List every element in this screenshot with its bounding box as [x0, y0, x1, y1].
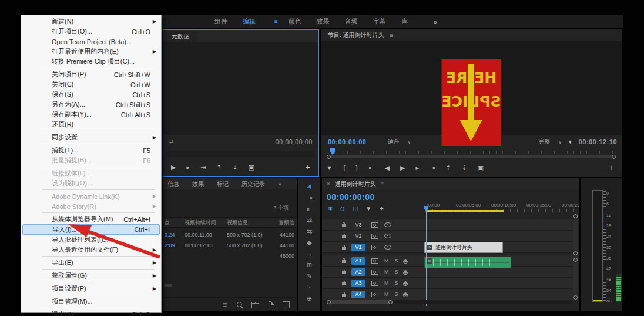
workspace-overflow-icon[interactable]: » — [434, 18, 437, 25]
new-bin-icon[interactable] — [251, 303, 259, 308]
video-clip[interactable]: fx 通用倒计时片头 — [424, 242, 503, 253]
track-target-A4[interactable]: A4 — [351, 291, 365, 298]
tab-信息[interactable]: 信息 — [167, 180, 179, 188]
menu-item[interactable]: 导入最近使用的文件(F)▶ — [21, 245, 161, 255]
menu-item[interactable]: 从媒体浏览器导入(M)Ctrl+Alt+I — [21, 214, 161, 224]
go-to-out-button[interactable]: ⇥ — [430, 164, 435, 172]
table-row[interactable]: 0:2400:00:11:00500 x 702 (1.0)44100 — [163, 229, 297, 240]
menu-item[interactable]: 保存副本(Y)...Ctrl+Alt+S — [21, 109, 161, 119]
voiceover-record-icon[interactable] — [404, 270, 407, 274]
column-header[interactable]: 视频信息 — [227, 219, 271, 227]
rate-stretch-tool[interactable]: ⇆ — [307, 228, 312, 235]
voiceover-record-icon[interactable] — [404, 259, 407, 262]
toggle-track-output-icon[interactable] — [384, 245, 391, 250]
go-to-out-button[interactable]: ⇥ — [200, 164, 206, 171]
lock-icon[interactable] — [342, 282, 346, 285]
source-patch-icon[interactable] — [371, 222, 378, 228]
button-editor-add[interactable]: + — [609, 163, 613, 172]
track-target-V2[interactable]: V2 — [351, 232, 365, 240]
new-item-icon[interactable] — [269, 301, 274, 308]
lock-icon[interactable] — [342, 260, 346, 263]
scroll-handle[interactable] — [327, 300, 331, 304]
step-back-button[interactable]: ◀ — [384, 164, 389, 172]
settings-wrench-icon[interactable]: ✦ — [379, 205, 384, 212]
solo-button[interactable]: S — [395, 280, 398, 286]
menu-item[interactable]: Open Team Project (Beta)... — [21, 36, 161, 46]
track-target-A3[interactable]: A3 — [351, 280, 365, 287]
scrollbar-handle-right[interactable] — [612, 155, 616, 159]
menu-item[interactable]: 获取属性(G)▶ — [21, 271, 161, 281]
hand-tool[interactable]: ☞ — [307, 284, 313, 291]
tab-效果[interactable]: 效果 — [192, 180, 204, 188]
workspace-tab-字幕[interactable]: 字幕 — [373, 17, 386, 26]
workspace-tab-效果[interactable]: 效果 — [317, 17, 330, 26]
toggle-track-output-icon[interactable] — [384, 222, 391, 227]
horizontal-scrollbar-thumb[interactable] — [327, 300, 393, 304]
playhead-marker[interactable] — [330, 148, 335, 155]
menu-item[interactable]: 退出(X)Ctrl+Q — [21, 310, 161, 316]
solo-button[interactable]: S — [395, 291, 398, 297]
rolling-edit-tool[interactable]: ⇄ — [307, 217, 312, 224]
linked-selection-icon[interactable]: ◫ — [353, 205, 358, 212]
scrubber-scrollbar[interactable] — [327, 155, 616, 158]
source-patch-icon[interactable] — [371, 245, 378, 250]
menu-item-import[interactable]: 导入(I)...Ctrl+I — [22, 224, 160, 235]
selection-tool[interactable]: ➤ — [305, 182, 314, 190]
go-to-in-button[interactable]: ⇤ — [368, 164, 374, 172]
menu-item[interactable]: 捕捉(T)...F5 — [21, 145, 161, 155]
menu-item[interactable]: 打开最近使用的内容(E)▶ — [21, 46, 161, 56]
add-marker-icon[interactable]: ▼ — [365, 205, 371, 212]
button-editor-add[interactable]: + — [306, 162, 310, 172]
track-target-V3[interactable]: V3 — [351, 221, 365, 229]
nest-icon[interactable]: ❄ — [328, 205, 333, 212]
menu-item[interactable]: 关闭(C)Ctrl+W — [21, 79, 161, 89]
source-patch-icon[interactable] — [371, 258, 378, 264]
add-marker-button[interactable]: ▼ — [326, 164, 333, 172]
scroll-handle[interactable] — [573, 251, 578, 255]
column-header[interactable]: 点 — [163, 219, 185, 227]
scroll-handle[interactable] — [573, 295, 578, 300]
column-header[interactable]: 音频信 — [271, 219, 297, 227]
toggle-track-output-icon[interactable] — [384, 234, 391, 238]
find-icon[interactable] — [237, 302, 242, 307]
panel-menu-icon[interactable]: ≡ — [381, 181, 384, 187]
menu-item[interactable]: 新建(N)▶ — [21, 16, 161, 26]
tab-历史记录[interactable]: 历史记录 — [242, 180, 265, 188]
export-frame-button[interactable]: ▣ — [478, 164, 484, 172]
horizontal-scrollbar[interactable] — [164, 284, 172, 287]
menu-item[interactable]: 导出(E)▶ — [21, 258, 161, 268]
play-button[interactable]: ▶ — [171, 164, 176, 171]
mute-button[interactable]: M — [384, 280, 389, 286]
voiceover-record-icon[interactable] — [404, 292, 407, 296]
workspace-tab-组件[interactable]: 组件 — [214, 17, 227, 26]
mark-out-button[interactable]: } — [356, 164, 358, 172]
lock-icon[interactable] — [342, 271, 346, 274]
workspace-tab-颜色[interactable]: 颜色 — [289, 17, 301, 26]
tab-标记[interactable]: 标记 — [217, 180, 229, 188]
workspace-menu-icon[interactable]: ≡ — [274, 18, 278, 25]
track-select-forward-tool[interactable]: ⇥ — [307, 194, 312, 201]
list-view-icon[interactable]: ≣ — [223, 301, 227, 308]
source-patch-icon[interactable] — [371, 281, 378, 286]
work-area-bar[interactable] — [427, 210, 504, 212]
extract-button[interactable]: ⇣ — [461, 164, 467, 172]
audio-clip[interactable]: fx — [424, 257, 511, 268]
menu-item[interactable]: 项目设置(P)▶ — [21, 284, 161, 294]
panel-tab-overflow-icon[interactable]: » — [278, 181, 281, 187]
tab-metadata[interactable]: 元数据 — [163, 31, 197, 42]
timeline-tab[interactable]: × 通用倒计时片头 ≡ — [322, 178, 579, 189]
lock-icon[interactable] — [342, 235, 346, 238]
track-target-A2[interactable]: A2 — [351, 268, 365, 276]
close-icon[interactable]: × — [327, 181, 330, 187]
workspace-tab-编辑[interactable]: 编辑 — [243, 17, 256, 26]
lock-icon[interactable] — [342, 247, 346, 250]
mute-button[interactable]: M — [384, 258, 389, 264]
playhead-line[interactable] — [426, 207, 427, 306]
razor-tool[interactable]: ◆ — [307, 239, 311, 246]
menu-item[interactable]: 还原(R) — [21, 119, 161, 129]
column-header[interactable]: 视频持续时间 — [185, 219, 227, 227]
settings-wrench-icon[interactable]: ✦ — [568, 139, 572, 145]
menu-item[interactable]: 打开项目(O)...Ctrl+O — [21, 26, 161, 36]
workspace-tab-音频[interactable]: 音频 — [345, 17, 358, 26]
lift-button[interactable]: ⇡ — [216, 164, 222, 171]
